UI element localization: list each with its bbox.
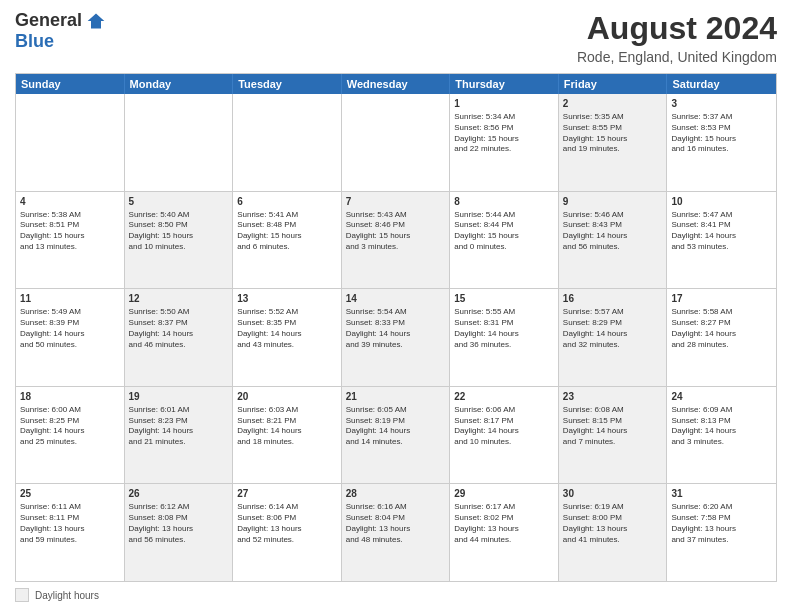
calendar-cell: 9Sunrise: 5:46 AM Sunset: 8:43 PM Daylig… — [559, 192, 668, 289]
day-number: 19 — [129, 390, 229, 404]
day-number: 1 — [454, 97, 554, 111]
day-header: Sunday — [16, 74, 125, 94]
calendar-cell: 24Sunrise: 6:09 AM Sunset: 8:13 PM Dayli… — [667, 387, 776, 484]
day-headers: SundayMondayTuesdayWednesdayThursdayFrid… — [16, 74, 776, 94]
cell-info: Sunrise: 6:14 AM Sunset: 8:06 PM Dayligh… — [237, 502, 337, 545]
day-header: Tuesday — [233, 74, 342, 94]
calendar-cell: 13Sunrise: 5:52 AM Sunset: 8:35 PM Dayli… — [233, 289, 342, 386]
day-number: 13 — [237, 292, 337, 306]
day-number: 4 — [20, 195, 120, 209]
day-number: 31 — [671, 487, 772, 501]
cell-info: Sunrise: 5:35 AM Sunset: 8:55 PM Dayligh… — [563, 112, 663, 155]
cell-info: Sunrise: 5:47 AM Sunset: 8:41 PM Dayligh… — [671, 210, 772, 253]
day-number: 6 — [237, 195, 337, 209]
calendar-cell: 20Sunrise: 6:03 AM Sunset: 8:21 PM Dayli… — [233, 387, 342, 484]
legend-box — [15, 588, 29, 602]
week-row: 18Sunrise: 6:00 AM Sunset: 8:25 PM Dayli… — [16, 387, 776, 485]
cell-info: Sunrise: 5:46 AM Sunset: 8:43 PM Dayligh… — [563, 210, 663, 253]
header: General Blue August 2024 Rode, England, … — [15, 10, 777, 65]
cell-info: Sunrise: 5:50 AM Sunset: 8:37 PM Dayligh… — [129, 307, 229, 350]
day-number: 20 — [237, 390, 337, 404]
cell-info: Sunrise: 6:20 AM Sunset: 7:58 PM Dayligh… — [671, 502, 772, 545]
cell-info: Sunrise: 6:01 AM Sunset: 8:23 PM Dayligh… — [129, 405, 229, 448]
calendar-cell — [125, 94, 234, 191]
calendar-cell: 18Sunrise: 6:00 AM Sunset: 8:25 PM Dayli… — [16, 387, 125, 484]
cell-info: Sunrise: 6:16 AM Sunset: 8:04 PM Dayligh… — [346, 502, 446, 545]
cell-info: Sunrise: 5:44 AM Sunset: 8:44 PM Dayligh… — [454, 210, 554, 253]
cell-info: Sunrise: 5:49 AM Sunset: 8:39 PM Dayligh… — [20, 307, 120, 350]
cell-info: Sunrise: 5:54 AM Sunset: 8:33 PM Dayligh… — [346, 307, 446, 350]
logo-general-text: General — [15, 10, 82, 31]
calendar-cell: 22Sunrise: 6:06 AM Sunset: 8:17 PM Dayli… — [450, 387, 559, 484]
cell-info: Sunrise: 6:09 AM Sunset: 8:13 PM Dayligh… — [671, 405, 772, 448]
calendar-cell: 2Sunrise: 5:35 AM Sunset: 8:55 PM Daylig… — [559, 94, 668, 191]
calendar-cell — [233, 94, 342, 191]
cell-info: Sunrise: 6:03 AM Sunset: 8:21 PM Dayligh… — [237, 405, 337, 448]
day-number: 10 — [671, 195, 772, 209]
legend-label: Daylight hours — [35, 590, 99, 601]
calendar-cell: 6Sunrise: 5:41 AM Sunset: 8:48 PM Daylig… — [233, 192, 342, 289]
day-number: 30 — [563, 487, 663, 501]
cell-info: Sunrise: 5:52 AM Sunset: 8:35 PM Dayligh… — [237, 307, 337, 350]
logo-icon — [86, 11, 106, 31]
cell-info: Sunrise: 6:08 AM Sunset: 8:15 PM Dayligh… — [563, 405, 663, 448]
cell-info: Sunrise: 6:12 AM Sunset: 8:08 PM Dayligh… — [129, 502, 229, 545]
day-number: 12 — [129, 292, 229, 306]
day-number: 24 — [671, 390, 772, 404]
week-row: 25Sunrise: 6:11 AM Sunset: 8:11 PM Dayli… — [16, 484, 776, 581]
day-header: Saturday — [667, 74, 776, 94]
cell-info: Sunrise: 5:43 AM Sunset: 8:46 PM Dayligh… — [346, 210, 446, 253]
calendar-cell: 10Sunrise: 5:47 AM Sunset: 8:41 PM Dayli… — [667, 192, 776, 289]
day-number: 16 — [563, 292, 663, 306]
week-row: 11Sunrise: 5:49 AM Sunset: 8:39 PM Dayli… — [16, 289, 776, 387]
logo-blue-text: Blue — [15, 31, 54, 52]
calendar-cell: 28Sunrise: 6:16 AM Sunset: 8:04 PM Dayli… — [342, 484, 451, 581]
cell-info: Sunrise: 5:41 AM Sunset: 8:48 PM Dayligh… — [237, 210, 337, 253]
footer-legend: Daylight hours — [15, 588, 777, 602]
calendar-cell: 25Sunrise: 6:11 AM Sunset: 8:11 PM Dayli… — [16, 484, 125, 581]
cell-info: Sunrise: 5:58 AM Sunset: 8:27 PM Dayligh… — [671, 307, 772, 350]
day-number: 18 — [20, 390, 120, 404]
calendar-cell — [342, 94, 451, 191]
calendar-cell: 8Sunrise: 5:44 AM Sunset: 8:44 PM Daylig… — [450, 192, 559, 289]
cell-info: Sunrise: 6:11 AM Sunset: 8:11 PM Dayligh… — [20, 502, 120, 545]
day-number: 5 — [129, 195, 229, 209]
cell-info: Sunrise: 5:34 AM Sunset: 8:56 PM Dayligh… — [454, 112, 554, 155]
calendar-cell: 26Sunrise: 6:12 AM Sunset: 8:08 PM Dayli… — [125, 484, 234, 581]
day-number: 27 — [237, 487, 337, 501]
day-number: 8 — [454, 195, 554, 209]
calendar-cell: 23Sunrise: 6:08 AM Sunset: 8:15 PM Dayli… — [559, 387, 668, 484]
calendar-cell: 19Sunrise: 6:01 AM Sunset: 8:23 PM Dayli… — [125, 387, 234, 484]
day-number: 26 — [129, 487, 229, 501]
calendar-cell: 12Sunrise: 5:50 AM Sunset: 8:37 PM Dayli… — [125, 289, 234, 386]
calendar-cell — [16, 94, 125, 191]
day-number: 23 — [563, 390, 663, 404]
day-header: Friday — [559, 74, 668, 94]
calendar-cell: 21Sunrise: 6:05 AM Sunset: 8:19 PM Dayli… — [342, 387, 451, 484]
calendar-cell: 15Sunrise: 5:55 AM Sunset: 8:31 PM Dayli… — [450, 289, 559, 386]
cell-info: Sunrise: 6:19 AM Sunset: 8:00 PM Dayligh… — [563, 502, 663, 545]
day-number: 22 — [454, 390, 554, 404]
calendar-cell: 11Sunrise: 5:49 AM Sunset: 8:39 PM Dayli… — [16, 289, 125, 386]
month-year: August 2024 — [577, 10, 777, 47]
cell-info: Sunrise: 5:57 AM Sunset: 8:29 PM Dayligh… — [563, 307, 663, 350]
week-row: 1Sunrise: 5:34 AM Sunset: 8:56 PM Daylig… — [16, 94, 776, 192]
cell-info: Sunrise: 5:38 AM Sunset: 8:51 PM Dayligh… — [20, 210, 120, 253]
cell-info: Sunrise: 6:05 AM Sunset: 8:19 PM Dayligh… — [346, 405, 446, 448]
cell-info: Sunrise: 6:00 AM Sunset: 8:25 PM Dayligh… — [20, 405, 120, 448]
day-number: 2 — [563, 97, 663, 111]
weeks: 1Sunrise: 5:34 AM Sunset: 8:56 PM Daylig… — [16, 94, 776, 581]
footer: Daylight hours — [15, 588, 777, 602]
calendar-cell: 29Sunrise: 6:17 AM Sunset: 8:02 PM Dayli… — [450, 484, 559, 581]
location: Rode, England, United Kingdom — [577, 49, 777, 65]
day-number: 21 — [346, 390, 446, 404]
cell-info: Sunrise: 5:37 AM Sunset: 8:53 PM Dayligh… — [671, 112, 772, 155]
calendar-cell: 1Sunrise: 5:34 AM Sunset: 8:56 PM Daylig… — [450, 94, 559, 191]
day-number: 17 — [671, 292, 772, 306]
calendar-cell: 27Sunrise: 6:14 AM Sunset: 8:06 PM Dayli… — [233, 484, 342, 581]
day-header: Monday — [125, 74, 234, 94]
day-header: Thursday — [450, 74, 559, 94]
day-number: 3 — [671, 97, 772, 111]
calendar-cell: 31Sunrise: 6:20 AM Sunset: 7:58 PM Dayli… — [667, 484, 776, 581]
calendar-cell: 17Sunrise: 5:58 AM Sunset: 8:27 PM Dayli… — [667, 289, 776, 386]
